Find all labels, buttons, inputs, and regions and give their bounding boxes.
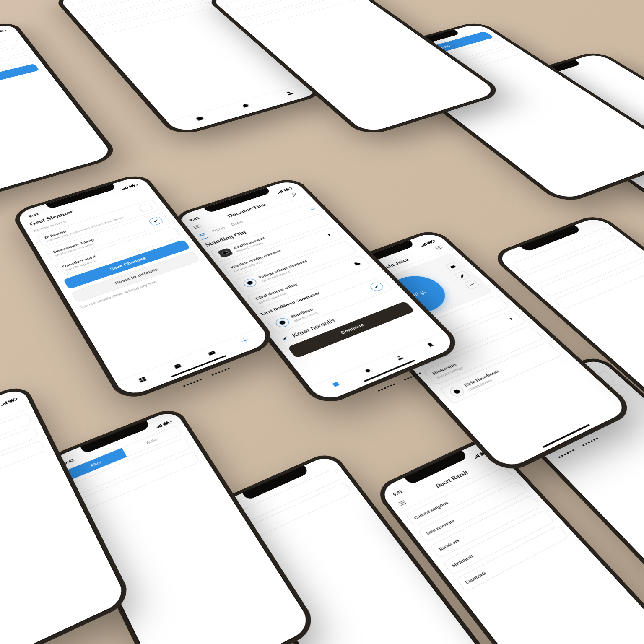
bg-item[interactable]: [539, 249, 644, 297]
svg-rect-10: [222, 251, 229, 254]
bg-item[interactable]: Euferimbes: [0, 440, 46, 500]
item-label: Yodage schme stermens: [257, 245, 347, 280]
nav-bookmark-icon[interactable]: [424, 341, 438, 350]
item-label: Qanstiert onest: [61, 230, 172, 269]
bg-primary-button[interactable]: Add new: [0, 63, 39, 102]
item-desc: Security & privacy: [64, 234, 174, 272]
bg-item[interactable]: [234, 0, 349, 18]
svg-point-1: [286, 91, 291, 93]
svg-rect-2: [138, 378, 142, 380]
menu-icon[interactable]: [433, 244, 445, 252]
svg-rect-6: [174, 364, 181, 369]
checkbox-icon[interactable]: [148, 216, 164, 226]
nav-card-icon[interactable]: [205, 349, 218, 358]
svg-point-19: [453, 389, 461, 395]
battery-icon: [426, 240, 436, 244]
bg-header: Si Juro: [0, 397, 32, 458]
bg-item[interactable]: [93, 1, 216, 36]
list-item[interactable]: Recats ors: [430, 495, 541, 558]
bg-item[interactable]: Orsert Tarthastent: [0, 38, 20, 73]
chevron-right-icon: [506, 315, 518, 323]
menu-icon[interactable]: [396, 498, 409, 509]
chevron-icon: [138, 203, 153, 212]
list-item[interactable]: Eanntriets: [456, 525, 569, 592]
list-item[interactable]: Shclemestt: [443, 510, 555, 575]
item-desc: Notifications and alerts: [55, 225, 148, 257]
nav-settings-icon[interactable]: [239, 337, 252, 346]
card-icon: [217, 248, 234, 258]
svg-rect-13: [332, 382, 339, 387]
svg-rect-0: [196, 117, 204, 121]
wallet-icon[interactable]: [445, 262, 461, 272]
edit-icon[interactable]: [454, 270, 471, 281]
signal-icon: [276, 190, 283, 194]
svg-point-9: [292, 192, 296, 195]
svg-point-8: [243, 340, 246, 342]
svg-point-16: [470, 285, 471, 286]
bg-item[interactable]: [224, 0, 338, 10]
bg-item[interactable]: [78, 0, 198, 18]
header-title: Tocin Joice: [377, 257, 410, 272]
profile-icon[interactable]: [289, 191, 301, 198]
item-desc: Automatically sync: [233, 239, 326, 273]
task-item[interactable]: Enable account Receive updates: [210, 213, 330, 262]
signal-icon: [420, 243, 427, 247]
svg-rect-4: [140, 380, 143, 382]
nav-home-icon[interactable]: [136, 375, 149, 385]
bg-item[interactable]: Phanentaruin: [0, 426, 39, 485]
link-more[interactable]: •••: [310, 208, 316, 211]
nav-search-icon[interactable]: [362, 366, 375, 377]
list-item[interactable]: Sous resorvam: [417, 481, 527, 543]
tab-done[interactable]: Done: [230, 220, 246, 229]
status-time: 9:41: [28, 212, 40, 218]
bg-item[interactable]: [86, 0, 207, 27]
menu-icon[interactable]: [191, 223, 203, 230]
check-icon[interactable]: [368, 281, 386, 292]
nav-icon[interactable]: [239, 103, 252, 110]
item-label: Denssomare Elkop: [52, 221, 147, 254]
nav-share-icon[interactable]: [394, 353, 407, 363]
page-subtitle: Account overview: [33, 194, 151, 233]
tab-active[interactable]: Active: [211, 226, 228, 236]
bg-item[interactable]: [244, 0, 360, 27]
clock-icon: [273, 317, 291, 329]
item-label: Window rendin rekenser: [229, 235, 323, 270]
item-label: Deliemein: [44, 208, 137, 240]
bg-item[interactable]: [71, 0, 190, 10]
nav-list-icon[interactable]: [171, 362, 184, 372]
nav-home-icon[interactable]: [330, 380, 343, 390]
bg-item[interactable]: [553, 260, 644, 310]
device-icon: [447, 385, 466, 398]
nav-icon[interactable]: [283, 90, 296, 97]
more-icon[interactable]: [464, 279, 480, 290]
item-label: Enable account: [232, 218, 320, 250]
svg-point-17: [471, 284, 473, 285]
bg-item[interactable]: Euferimbes: [0, 55, 33, 92]
svg-rect-5: [143, 379, 146, 382]
bg-item[interactable]: Phanentaruin: [0, 46, 26, 83]
bg-item[interactable]: [78, 451, 200, 511]
settings-item[interactable]: Denssomare Elkop Notifications and alert…: [45, 212, 171, 261]
bg-title: Si Juro: [0, 33, 13, 65]
chevron-right-icon: [324, 231, 335, 239]
tabs: All Active Done: [189, 195, 316, 242]
settings-item[interactable]: Qanstiert onest Security & privacy: [54, 226, 182, 277]
svg-rect-7: [208, 351, 216, 356]
task-item[interactable]: Window rendin rekenser Automatically syn…: [222, 227, 343, 278]
item-desc: Receive updates: [236, 221, 323, 253]
battery-icon: [129, 184, 138, 188]
nav-icon[interactable]: [194, 115, 207, 123]
info-icon: [242, 277, 259, 288]
check-small-icon: [279, 335, 292, 344]
bg-item[interactable]: Orsert Tarthastent: [0, 413, 32, 470]
status-time: 9:41: [189, 216, 200, 222]
segmented-tab-active[interactable]: Filter: [65, 448, 127, 480]
signal-icon: [121, 186, 128, 190]
svg-point-18: [473, 283, 474, 284]
status-time: 9:41: [337, 271, 349, 277]
battery-icon: [283, 187, 292, 192]
section-title: Standing Oin: [204, 230, 248, 248]
svg-point-14: [364, 369, 371, 373]
item-desc: Manage your account and delivery prefere…: [46, 211, 138, 242]
tab-all[interactable]: All: [198, 232, 208, 240]
